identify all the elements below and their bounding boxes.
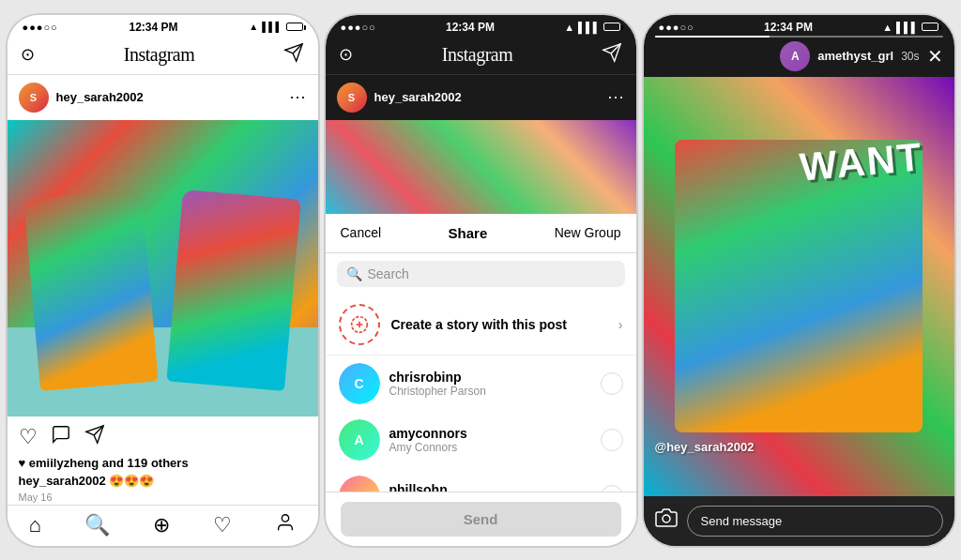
wifi-icon: ▲ [249,22,258,32]
top-nav-2: ⊙ Instagram [326,36,636,75]
time-display-2: 12:34 PM [446,21,495,34]
share-title: Share [449,225,488,241]
select-checkbox-chris[interactable] [601,372,623,395]
caption-emoji: 😍😍😍 [109,474,154,488]
share-icon[interactable] [84,424,105,450]
boot-right [167,189,301,391]
signal-dots-2: ●●●○○ [341,22,376,33]
post-actions-1: ♡ [8,416,318,454]
heart-nav-icon[interactable]: ♡ [213,513,232,537]
chevron-right-icon: › [618,317,623,332]
time-display-3: 12:34 PM [764,21,813,34]
signal-dots: ●●●○○ [23,22,58,33]
contact-username: amyconnors [389,426,591,441]
contact-info-chris: chrisrobinp Christopher Parson [389,370,591,398]
wifi-icon-2: ▲ [564,22,574,33]
post-header-2: S hey_sarah2002 ··· [326,75,636,120]
story-progress-bar [655,36,943,38]
story-username[interactable]: amethyst_grl [817,49,893,63]
battery-icon-2 [603,23,620,31]
contact-username: phillsohn [389,482,591,492]
search-container[interactable]: 🔍 Search [337,261,625,287]
status-icons-2: ▲ ▌▌▌ [564,22,620,33]
phone-feed: ●●●○○ 12:34 PM ▲ ▌▌▌ ⊙ Instagram S hey_s… [6,13,320,548]
status-icons-3: ▲ ▌▌▌ [882,22,938,33]
search-icon: 🔍 [346,266,362,281]
cancel-button[interactable]: Cancel [341,225,382,240]
story-progress-fill [655,36,770,38]
add-icon[interactable]: ⊕ [153,513,170,537]
share-sheet: Cancel Share New Group 🔍 Search Create a… [326,214,636,546]
svg-point-0 [282,515,289,522]
story-attribution: @hey_sarah2002 [655,440,755,454]
new-group-button[interactable]: New Group [555,225,621,240]
status-bar-2: ●●●○○ 12:34 PM ▲ ▌▌▌ [326,15,636,36]
post-preview-image [326,120,636,214]
signal-icon: ▌▌▌ [262,22,282,32]
camera-icon[interactable]: ⊙ [21,44,35,65]
contact-fullname: Amy Connors [389,441,591,454]
app-logo: Instagram [124,44,194,66]
story-message-bar: Send message [644,496,954,546]
story-create-icon [339,304,380,345]
status-bar-3: ●●●○○ 12:34 PM ▲ ▌▌▌ [644,15,954,36]
camera-story-icon[interactable] [655,507,678,535]
avatar-phill: P [339,476,380,492]
contact-info-amy: amyconnors Amy Connors [389,426,591,454]
select-checkbox-amy[interactable] [601,429,623,451]
post-header-1: S hey_sarah2002 ··· [8,75,318,120]
post-username-1[interactable]: hey_sarah2002 [56,90,282,104]
home-icon[interactable]: ⌂ [29,513,41,537]
search-input[interactable]: Search [368,266,616,281]
send-button[interactable]: Send [341,502,621,537]
post-username-2[interactable]: hey_sarah2002 [374,90,601,104]
close-story-button[interactable]: ✕ [927,45,943,68]
post-image-1 [8,120,318,416]
more-options-btn[interactable]: ··· [289,87,306,107]
top-nav-1: ⊙ Instagram [8,36,318,75]
wifi-icon-3: ▲ [882,22,892,33]
app-logo-2: Instagram [442,44,512,66]
contact-row-phill[interactable]: P phillsohn Phill Sohn [326,468,636,492]
message-input[interactable]: Send message [687,506,943,537]
signal-dots-3: ●●●○○ [659,22,694,33]
more-options-btn-2[interactable]: ··· [607,87,624,107]
send-icon[interactable] [283,42,304,68]
svg-point-4 [663,515,670,522]
story-time: 30s [901,50,919,63]
bottom-nav-1: ⌂ 🔍 ⊕ ♡ [8,505,318,546]
battery-icon-3 [922,23,938,31]
create-story-label: Create a story with this post [391,317,607,332]
send-icon-2[interactable] [602,42,622,68]
search-nav-icon[interactable]: 🔍 [84,513,110,537]
post-likes: ♥ emiilyzheng and 119 others [8,454,318,472]
story-content: WANT @hey_sarah2002 [644,77,954,496]
phone-story: ●●●○○ 12:34 PM ▲ ▌▌▌ A amethyst_grl 30s … [642,13,956,548]
profile-icon[interactable] [275,512,296,538]
like-icon[interactable]: ♡ [19,425,38,449]
boot-left [23,189,158,391]
caption-username[interactable]: hey_sarah2002 [19,474,106,488]
contact-row-chris[interactable]: C chrisrobinp Christopher Parson [326,356,636,412]
contact-row-amy[interactable]: A amyconnors Amy Connors [326,412,636,468]
share-header: Cancel Share New Group [326,214,636,253]
signal-icon-3: ▌▌▌ [896,22,918,33]
avatar-amy: A [339,419,380,461]
battery-icon [286,23,303,31]
avatar-amethyst[interactable]: A [780,41,810,71]
post-date: May 16 [8,490,318,505]
contact-info-phill: phillsohn Phill Sohn [389,482,591,492]
avatar-sarah[interactable]: S [19,83,49,113]
camera-icon-2[interactable]: ⊙ [339,44,353,65]
story-user-info: A amethyst_grl 30s [780,41,919,71]
story-image: WANT @hey_sarah2002 [644,77,954,496]
phone-share: ●●●○○ 12:34 PM ▲ ▌▌▌ ⊙ Instagram S hey_s… [324,13,638,548]
boots-visual [8,120,318,416]
create-story-row[interactable]: Create a story with this post › [326,295,636,356]
status-icons: ▲ ▌▌▌ [249,22,302,32]
avatar-sarah-2[interactable]: S [337,83,367,113]
comment-icon[interactable] [51,424,71,450]
contact-username: chrisrobinp [389,370,591,385]
select-checkbox-phill[interactable] [601,485,623,492]
signal-icon-2: ▌▌▌ [578,22,600,33]
